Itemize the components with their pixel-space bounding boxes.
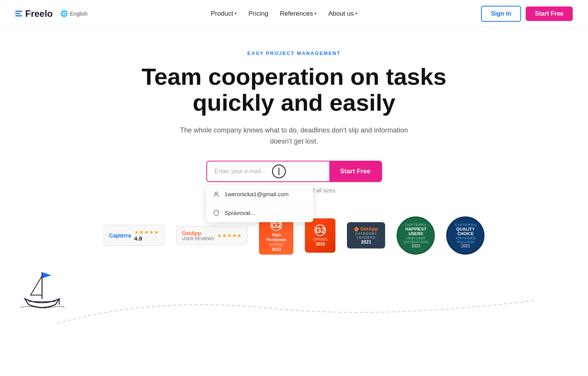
capterra-info: ★★★★★ 4.9	[134, 229, 159, 242]
quality-sub: TOP NAMED SOLUTION	[451, 236, 479, 244]
logo-icon	[15, 11, 22, 16]
logo[interactable]: Freelo	[15, 8, 53, 19]
language-selector[interactable]: 🌐 English	[60, 10, 87, 17]
autocomplete-email-value: 1weronicka1@gmail.com	[225, 191, 289, 197]
logo-text: Freelo	[25, 8, 53, 19]
getapp-reviews-inner: GetApp USER REVIEWS ★★★★★	[176, 226, 248, 245]
getapp-logo-text: GetApp	[182, 230, 214, 236]
g2-spring-sub: SPRING	[313, 237, 327, 242]
capterra-logo-text: Capterra	[109, 232, 131, 239]
getapp-leaders-inner: GetApp CATEGORY LEADERS 2021	[347, 222, 385, 249]
g2-spring-year: 2023	[316, 242, 325, 246]
capterra-stars: ★★★★★	[134, 229, 159, 235]
hero-badge: EASY PROJECT MANAGEMENT	[8, 50, 580, 56]
language-label: English	[70, 11, 87, 17]
quality-brand: capterra	[455, 223, 476, 227]
email-form: Start Free	[206, 161, 382, 182]
main-nav: Product ▾ Pricing References ▾ About us …	[211, 10, 358, 18]
g2-high-performer-inner: G2 High Performer SPRING 2023	[259, 216, 293, 255]
chevron-down-icon: ▾	[355, 11, 358, 16]
nav-item-about[interactable]: About us ▾	[328, 10, 358, 18]
email-form-wrapper: Start Free 1weronicka1@gmail.com	[206, 161, 382, 182]
signin-button[interactable]: Sign in	[481, 6, 521, 22]
header-actions: Sign in Start Free	[481, 6, 573, 22]
nav-item-pricing[interactable]: Pricing	[248, 10, 268, 18]
illustration-section	[0, 262, 588, 339]
happiest-title: HAPPIEST USERS	[402, 227, 430, 236]
person-icon	[212, 190, 220, 198]
svg-point-0	[215, 192, 217, 194]
getapp-sub: USER REVIEWS	[182, 236, 214, 241]
quality-title: QUALITY CHOICE	[451, 227, 479, 236]
badge-g2-high-performer[interactable]: G2 High Performer SPRING 2023	[259, 216, 293, 255]
nav-item-product[interactable]: Product ▾	[211, 10, 237, 18]
start-free-button[interactable]: Start Free	[526, 6, 573, 21]
g2-sub: SPRING	[269, 243, 283, 247]
hero-section: EASY PROJECT MANAGEMENT Team cooperation…	[0, 27, 588, 201]
quality-inner: capterra QUALITY CHOICE TOP NAMED SOLUTI…	[446, 216, 484, 255]
shield-icon	[212, 209, 220, 217]
leaders-year: 2021	[361, 239, 371, 245]
autocomplete-manage-value: Spravovat...	[225, 210, 255, 216]
g2-title: High Performer	[262, 232, 290, 242]
nav-item-references[interactable]: References ▾	[280, 10, 317, 18]
hero-title: Team cooperation on tasks quickly and ea…	[141, 64, 447, 116]
leaders-logo: GetApp	[360, 226, 378, 232]
happiest-inner: capterra HAPPIEST USERS HIGH USER SATISF…	[397, 216, 435, 255]
badge-capterra-happiest[interactable]: capterra HAPPIEST USERS HIGH USER SATISF…	[397, 216, 435, 255]
badge-getapp-leaders[interactable]: GetApp CATEGORY LEADERS 2021	[347, 222, 385, 249]
chevron-down-icon: ▾	[235, 11, 237, 16]
getapp-icon	[354, 227, 359, 231]
autocomplete-item-email[interactable]: 1weronicka1@gmail.com	[206, 185, 313, 204]
hero-subtitle: The whole company knows what to do, dead…	[180, 125, 409, 147]
getapp-logo-box: GetApp USER REVIEWS	[182, 230, 214, 241]
g2-spring-inner: G2 SPRING 2023	[305, 218, 335, 253]
happiest-sub: HIGH USER SATISFACTION	[402, 236, 430, 244]
capterra-score: 4.9	[134, 235, 142, 242]
dashed-path-svg	[0, 278, 588, 339]
autocomplete-dropdown: 1weronicka1@gmail.com Spravovat...	[206, 185, 313, 222]
chevron-down-icon: ▾	[314, 11, 317, 16]
badge-getapp-reviews[interactable]: GetApp USER REVIEWS ★★★★★	[176, 226, 248, 245]
form-start-free-button[interactable]: Start Free	[329, 161, 381, 181]
quality-year: 2023	[461, 244, 470, 248]
header-left: Freelo 🌐 English	[15, 8, 87, 19]
g2-year: 2023	[272, 247, 281, 252]
badge-capterra-quality[interactable]: capterra QUALITY CHOICE TOP NAMED SOLUTI…	[446, 216, 484, 255]
badge-g2-spring[interactable]: G2 SPRING 2023	[305, 218, 335, 253]
getapp-stars: ★★★★★	[217, 232, 242, 239]
autocomplete-item-manage[interactable]: Spravovat...	[206, 204, 313, 222]
g2-spring-logo: G2	[314, 224, 326, 236]
happiest-brand: capterra	[405, 223, 427, 227]
capterra-badge-inner: Capterra ★★★★★ 4.9	[104, 225, 165, 246]
badge-capterra[interactable]: Capterra ★★★★★ 4.9	[104, 225, 165, 246]
leaders-sub: CATEGORY LEADERS	[351, 232, 381, 239]
happiest-year: 2023	[411, 244, 420, 248]
email-input[interactable]	[207, 162, 330, 181]
header: Freelo 🌐 English Product ▾ Pricing Refer…	[0, 0, 588, 27]
globe-icon: 🌐	[60, 10, 68, 17]
